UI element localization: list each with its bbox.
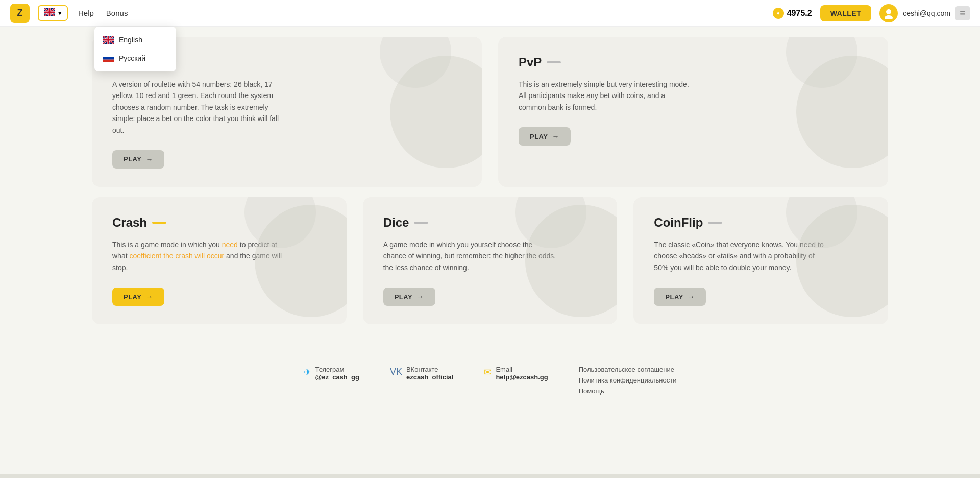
crash-desc: This is a game mode in which you need to…	[112, 239, 286, 273]
lang-option-english[interactable]: English	[94, 31, 176, 49]
svg-rect-10	[103, 60, 114, 62]
coinflip-desc: The classic «Coin» that everyone knows. …	[654, 239, 827, 273]
crash-play-button[interactable]: PLAY	[112, 288, 164, 306]
coin-icon: ●	[773, 8, 784, 19]
pvp-title: PvP	[519, 55, 868, 69]
footer-link-help[interactable]: Помощь	[579, 387, 677, 395]
nav: Help Bonus	[78, 9, 128, 17]
footer-telegram: ✈ Телеграм @ez_cash_gg	[304, 366, 359, 395]
game-cards-section: Wheel A version of roulette with 54 numb…	[0, 27, 980, 345]
lang-selector[interactable]: ▾	[38, 5, 68, 21]
footer-link-privacy[interactable]: Политика конфиденциальности	[579, 376, 677, 384]
crash-card: Crash This is a game mode in which you n…	[92, 197, 347, 324]
dice-title: Dice	[383, 216, 597, 230]
balance-amount: 4975.2	[787, 9, 812, 18]
telegram-handle[interactable]: @ez_cash_gg	[315, 373, 359, 381]
games-row-1: Wheel A version of roulette with 54 numb…	[92, 37, 888, 187]
footer: ✈ Телеграм @ez_cash_gg VK ВКонтакте ezca…	[0, 345, 980, 405]
crash-title: Crash	[112, 216, 326, 230]
crash-title-dash	[152, 222, 166, 224]
pvp-card: PvP This is an extremely simple but very…	[498, 37, 888, 187]
pvp-play-button[interactable]: PLAY	[519, 127, 571, 146]
coinflip-play-button[interactable]: PLAY	[654, 288, 706, 306]
lang-dropdown: English Русский	[94, 27, 176, 71]
footer-email: ✉ Email help@ezcash.gg	[484, 366, 548, 395]
uk-flag-icon	[103, 36, 114, 44]
coinflip-title-dash	[708, 222, 722, 224]
card-bg-decoration	[390, 56, 482, 168]
user-email: ceshi@qq.com	[903, 9, 950, 17]
lang-option-russian[interactable]: Русский	[94, 49, 176, 67]
logo[interactable]: Z	[10, 4, 30, 23]
vk-label: ВКонтакте	[406, 366, 454, 373]
telegram-label: Телеграм	[315, 366, 359, 373]
ru-flag-icon	[103, 54, 114, 62]
games-row-2: Crash This is a game mode in which you n…	[92, 197, 888, 324]
dice-desc: A game mode in which you yourself choose…	[383, 239, 557, 273]
coin-balance: ● 4975.2	[773, 8, 812, 19]
footer-links: Пользовательское соглашение Политика кон…	[579, 366, 677, 395]
email-icon: ✉	[484, 367, 492, 378]
vk-handle[interactable]: ezcash_official	[406, 373, 454, 381]
footer-vk: VK ВКонтакте ezcash_official	[390, 366, 454, 395]
svg-rect-4	[960, 13, 965, 14]
wallet-button[interactable]: WALLET	[820, 5, 872, 21]
scrollbar[interactable]	[0, 474, 980, 478]
nav-help[interactable]: Help	[78, 9, 94, 17]
svg-point-1	[886, 9, 891, 14]
card-bg-decoration	[796, 56, 888, 168]
dice-title-dash	[414, 222, 428, 224]
user-info: ceshi@qq.com	[879, 4, 970, 22]
header: Z ▾ Help Bonus ● 4975.2 WALLET	[0, 0, 980, 27]
dice-play-button[interactable]: PLAY	[383, 288, 435, 306]
coinflip-card: CoinFlip The classic «Coin» that everyon…	[633, 197, 888, 324]
pvp-desc: This is an extremely simple but very int…	[519, 79, 692, 113]
svg-rect-5	[960, 14, 965, 15]
svg-rect-9	[103, 57, 114, 59]
footer-link-terms[interactable]: Пользовательское соглашение	[579, 366, 677, 373]
dice-card: Dice A game mode in which you yourself c…	[363, 197, 618, 324]
svg-rect-8	[103, 54, 114, 57]
email-label: Email	[496, 366, 548, 373]
lang-label: ▾	[58, 9, 62, 17]
uk-flag-icon	[44, 8, 55, 18]
settings-icon[interactable]	[955, 6, 970, 20]
wheel-desc: A version of roulette with 54 numbers: 2…	[112, 79, 286, 136]
avatar	[879, 4, 898, 22]
pvp-title-dash	[547, 61, 561, 63]
coinflip-title: CoinFlip	[654, 216, 868, 230]
vk-icon: VK	[390, 367, 402, 377]
svg-point-2	[885, 15, 893, 19]
lang-russian-label: Русский	[119, 54, 145, 62]
wheel-play-button[interactable]: PLAY	[112, 150, 164, 169]
telegram-icon: ✈	[304, 367, 311, 378]
nav-bonus[interactable]: Bonus	[106, 9, 128, 17]
lang-english-label: English	[119, 36, 142, 44]
email-handle[interactable]: help@ezcash.gg	[496, 373, 548, 381]
svg-rect-3	[960, 11, 965, 12]
